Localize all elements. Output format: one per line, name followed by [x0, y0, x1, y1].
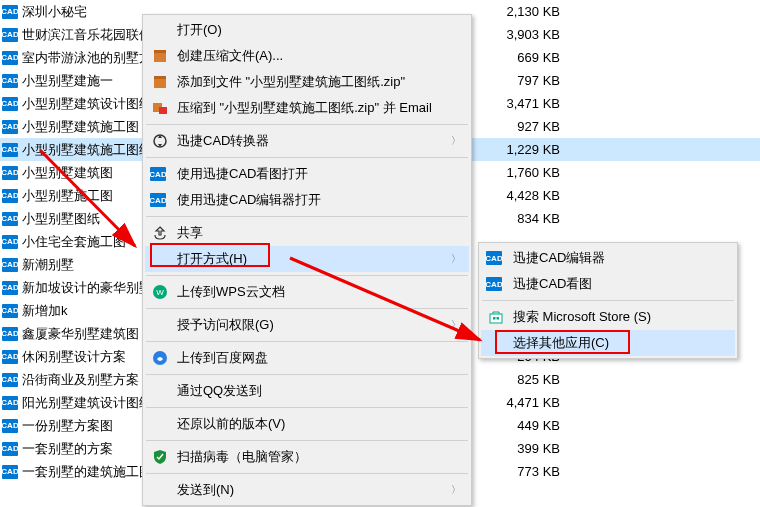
menu-separator — [146, 407, 468, 408]
cad-file-icon: CAD — [2, 327, 18, 341]
file-name: 一套别墅的建筑施工图 — [22, 463, 142, 481]
file-name: 小型别墅建筑施工图 — [22, 118, 142, 136]
file-size: 1,760 KB — [480, 165, 560, 180]
menu-create-archive[interactable]: 创建压缩文件(A)... — [145, 43, 469, 69]
file-size: 669 KB — [480, 50, 560, 65]
file-name: 世财滨江音乐花园联体 — [22, 26, 142, 44]
cad-file-icon: CAD — [2, 419, 18, 433]
file-name: 休闲别墅设计方案 — [22, 348, 142, 366]
file-name: 小住宅全套施工图 — [22, 233, 142, 251]
menu-separator — [146, 341, 468, 342]
svg-rect-12 — [497, 317, 500, 320]
file-size: 773 KB — [480, 464, 560, 479]
file-size: 1,229 KB — [480, 142, 560, 157]
menu-open-editor[interactable]: CAD 使用迅捷CAD编辑器打开 — [145, 187, 469, 213]
menu-add-to-zip[interactable]: 添加到文件 "小型别墅建筑施工图纸.zip" — [145, 69, 469, 95]
submenu-choose-other[interactable]: 选择其他应用(C) — [481, 330, 735, 356]
menu-send-qq[interactable]: 通过QQ发送到 — [145, 378, 469, 404]
cad-file-icon: CAD — [2, 235, 18, 249]
cad-file-icon: CAD — [2, 120, 18, 134]
menu-separator — [482, 300, 734, 301]
shield-icon — [151, 448, 169, 466]
menu-separator — [146, 275, 468, 276]
chevron-right-icon: 〉 — [451, 483, 461, 497]
cad-file-icon: CAD — [2, 28, 18, 42]
menu-open-with[interactable]: 打开方式(H) 〉 — [145, 246, 469, 272]
file-name: 小型别墅建施一 — [22, 72, 142, 90]
svg-rect-1 — [154, 50, 166, 53]
file-name: 一套别墅的方案 — [22, 440, 142, 458]
cad-icon: CAD — [151, 165, 169, 183]
cad-file-icon: CAD — [2, 166, 18, 180]
file-size: 825 KB — [480, 372, 560, 387]
submenu-search-store[interactable]: 搜索 Microsoft Store (S) — [481, 304, 735, 330]
svg-text:W: W — [156, 288, 164, 297]
svg-rect-11 — [493, 317, 496, 320]
cad-file-icon: CAD — [2, 97, 18, 111]
file-size: 4,471 KB — [480, 395, 560, 410]
cad-file-icon: CAD — [2, 442, 18, 456]
menu-separator — [146, 216, 468, 217]
open-with-submenu: CAD 迅捷CAD编辑器 CAD 迅捷CAD看图 搜索 Microsoft St… — [478, 242, 738, 359]
baidu-icon — [151, 349, 169, 367]
menu-separator — [146, 157, 468, 158]
cad-file-icon: CAD — [2, 465, 18, 479]
file-name: 一份别墅方案图 — [22, 417, 142, 435]
file-size: 3,903 KB — [480, 27, 560, 42]
store-icon — [487, 308, 505, 326]
svg-rect-2 — [154, 78, 166, 88]
cad-icon: CAD — [151, 191, 169, 209]
menu-grant-access[interactable]: 授予访问权限(G) 〉 — [145, 312, 469, 338]
menu-share[interactable]: 共享 — [145, 220, 469, 246]
menu-cad-converter[interactable]: 迅捷CAD转换器 〉 — [145, 128, 469, 154]
menu-open-viewer[interactable]: CAD 使用迅捷CAD看图打开 — [145, 161, 469, 187]
menu-separator — [146, 124, 468, 125]
cad-file-icon: CAD — [2, 350, 18, 364]
file-name: 小型别墅建筑施工图纸 — [22, 141, 142, 159]
converter-icon — [151, 132, 169, 150]
submenu-cad-viewer[interactable]: CAD 迅捷CAD看图 — [481, 271, 735, 297]
file-name: 小型别墅建筑图 — [22, 164, 142, 182]
cad-file-icon: CAD — [2, 5, 18, 19]
cad-file-icon: CAD — [2, 373, 18, 387]
menu-scan-virus[interactable]: 扫描病毒（电脑管家） — [145, 444, 469, 470]
menu-send-to[interactable]: 发送到(N) 〉 — [145, 477, 469, 503]
chevron-right-icon: 〉 — [451, 134, 461, 148]
menu-open[interactable]: 打开(O) — [145, 17, 469, 43]
cad-file-icon: CAD — [2, 189, 18, 203]
file-size: 927 KB — [480, 119, 560, 134]
cad-file-icon: CAD — [2, 304, 18, 318]
file-name: 新潮别墅 — [22, 256, 142, 274]
file-name: 鑫厦豪华别墅建筑图 2 — [22, 325, 142, 343]
cad-file-icon: CAD — [2, 258, 18, 272]
cad-file-icon: CAD — [2, 143, 18, 157]
archive-email-icon — [151, 99, 169, 117]
file-name: 新加坡设计的豪华别墅 — [22, 279, 142, 297]
file-size: 4,428 KB — [480, 188, 560, 203]
file-size: 834 KB — [480, 211, 560, 226]
cad-icon: CAD — [487, 275, 505, 293]
menu-separator — [146, 473, 468, 474]
chevron-right-icon: 〉 — [451, 252, 461, 266]
menu-separator — [146, 374, 468, 375]
cad-icon: CAD — [487, 249, 505, 267]
cad-file-icon: CAD — [2, 396, 18, 410]
file-size: 449 KB — [480, 418, 560, 433]
svg-rect-3 — [154, 76, 166, 79]
wps-icon: W — [151, 283, 169, 301]
file-name: 沿街商业及别墅方案 — [22, 371, 142, 389]
archive-icon — [151, 47, 169, 65]
cad-file-icon: CAD — [2, 51, 18, 65]
menu-restore-prev[interactable]: 还原以前的版本(V) — [145, 411, 469, 437]
share-icon — [151, 224, 169, 242]
submenu-cad-editor[interactable]: CAD 迅捷CAD编辑器 — [481, 245, 735, 271]
menu-upload-baidu[interactable]: 上传到百度网盘 — [145, 345, 469, 371]
file-name: 新增加k — [22, 302, 142, 320]
cad-file-icon: CAD — [2, 281, 18, 295]
file-name: 室内带游泳池的别墅方 — [22, 49, 142, 67]
menu-upload-wps[interactable]: W 上传到WPS云文档 — [145, 279, 469, 305]
chevron-right-icon: 〉 — [451, 318, 461, 332]
file-size: 399 KB — [480, 441, 560, 456]
archive-icon — [151, 73, 169, 91]
menu-compress-email[interactable]: 压缩到 "小型别墅建筑施工图纸.zip" 并 Email — [145, 95, 469, 121]
